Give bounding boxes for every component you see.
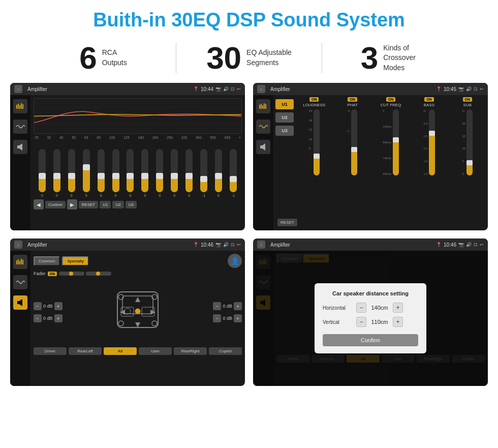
cutfreq-slider[interactable] bbox=[393, 109, 399, 175]
back-icon-4[interactable]: ↩ bbox=[480, 242, 484, 247]
eq-icon-3[interactable] bbox=[13, 255, 27, 269]
phat-slider[interactable] bbox=[351, 109, 357, 175]
wave-icon-2[interactable] bbox=[256, 120, 270, 134]
back-icon-3[interactable]: ↩ bbox=[237, 242, 241, 247]
vertical-plus[interactable]: + bbox=[393, 317, 403, 327]
eq-icon-2[interactable] bbox=[256, 99, 270, 113]
driver-btn-3[interactable]: Driver bbox=[34, 347, 67, 355]
common-tab[interactable]: Common bbox=[34, 256, 60, 266]
eq-track-12[interactable] bbox=[215, 149, 222, 192]
screen2-time: 10:45 bbox=[444, 86, 456, 92]
channel-loudness: ON LOUDNESS 644832160 bbox=[296, 97, 332, 228]
eq-track-6[interactable] bbox=[127, 149, 134, 192]
svg-rect-22 bbox=[17, 301, 19, 304]
left-bot-minus[interactable]: − bbox=[34, 314, 42, 322]
stat-crossover: 3 Kinds ofCrossover Modes bbox=[322, 42, 468, 74]
eq-bottom-bar: ◀ Custom ▶ RESET U1 U2 U3 bbox=[34, 199, 242, 210]
horizontal-plus[interactable]: + bbox=[393, 303, 403, 313]
rearleft-btn-3[interactable]: RearLeft bbox=[69, 347, 102, 355]
eq-track-5[interactable] bbox=[112, 149, 119, 192]
eq-track-0[interactable] bbox=[39, 149, 46, 192]
eq-track-8[interactable] bbox=[156, 149, 163, 192]
bass-slider[interactable] bbox=[429, 109, 435, 175]
channel-phat: ON PHAT G F bbox=[334, 97, 370, 228]
reset-crossover-btn[interactable]: RESET bbox=[277, 217, 297, 226]
screen1-title: Amplifier bbox=[27, 86, 190, 92]
wave-icon-3[interactable] bbox=[13, 275, 27, 289]
right-bot-plus[interactable]: + bbox=[234, 314, 242, 322]
wave-icon-1[interactable] bbox=[13, 120, 27, 134]
all-btn-3[interactable]: All bbox=[104, 347, 137, 355]
freq-40: 40 bbox=[59, 136, 64, 139]
eq-track-10[interactable] bbox=[185, 149, 193, 192]
eq-slider-5: 0 bbox=[109, 149, 122, 197]
home-icon-3[interactable]: ⌂ bbox=[14, 241, 22, 249]
left-top-plus[interactable]: + bbox=[54, 302, 63, 310]
confirm-button[interactable]: Confirm bbox=[323, 334, 418, 346]
home-icon-4[interactable]: ⌂ bbox=[257, 241, 265, 249]
fader-slider-2[interactable] bbox=[86, 272, 111, 276]
home-icon-1[interactable]: ⌂ bbox=[14, 85, 22, 93]
horizontal-minus[interactable]: − bbox=[356, 303, 366, 313]
speaker-icon-1[interactable] bbox=[13, 140, 27, 154]
window-icon-2: ⊡ bbox=[474, 86, 478, 92]
eq-track-13[interactable] bbox=[230, 149, 237, 192]
reset-btn[interactable]: RESET bbox=[79, 201, 99, 208]
left-top-minus[interactable]: − bbox=[34, 302, 42, 310]
eq-track-1[interactable] bbox=[53, 149, 60, 192]
left-sidebar-2 bbox=[253, 95, 273, 230]
eq-slider-11: -1 bbox=[197, 149, 210, 197]
svg-rect-20 bbox=[21, 259, 22, 264]
u1-btn[interactable]: U1 bbox=[100, 201, 111, 208]
fader-slider-1[interactable] bbox=[59, 272, 84, 276]
speaker-tabs: Common Specialty bbox=[34, 256, 89, 266]
right-top-minus[interactable]: − bbox=[213, 302, 221, 310]
u3-btn[interactable]: U3 bbox=[126, 201, 137, 208]
fader-label: Fader bbox=[34, 271, 46, 276]
svg-rect-1 bbox=[18, 104, 19, 109]
stat-rca: 6 RCAOutputs bbox=[30, 42, 176, 74]
eq-slider-8: 0 bbox=[153, 149, 166, 197]
svg-rect-18 bbox=[18, 259, 19, 264]
vertical-minus[interactable]: − bbox=[356, 317, 366, 327]
eq-track-2[interactable] bbox=[68, 149, 75, 192]
status-bar-3: ⌂ Amplifier 📍 10:46 📷 🔊 ⊡ ↩ bbox=[10, 238, 245, 251]
speaker-icon-3[interactable] bbox=[13, 295, 27, 310]
right-bot-minus[interactable]: − bbox=[213, 314, 221, 322]
eq-track-11[interactable] bbox=[200, 149, 207, 192]
u1-crossover-btn[interactable]: U1 bbox=[275, 99, 294, 109]
back-icon-1[interactable]: ↩ bbox=[237, 86, 241, 92]
u2-btn[interactable]: U2 bbox=[112, 201, 123, 208]
eq-track-4[interactable] bbox=[98, 149, 105, 192]
right-top-plus[interactable]: + bbox=[234, 302, 242, 310]
eq-track-7[interactable] bbox=[141, 149, 148, 192]
copilot-btn-3[interactable]: Copilot bbox=[209, 347, 242, 355]
prev-btn[interactable]: ◀ bbox=[34, 199, 44, 210]
dialog-overlay: Car speaker distance setting Horizontal … bbox=[253, 251, 488, 386]
eq-track-3[interactable] bbox=[83, 149, 90, 192]
left-db-top: − 0 dB + bbox=[34, 302, 63, 310]
dialog-title: Car speaker distance setting bbox=[323, 290, 418, 296]
u3-crossover-btn[interactable]: U3 bbox=[275, 126, 294, 136]
eq-track-9[interactable] bbox=[171, 149, 178, 192]
speaker-icon-2[interactable] bbox=[256, 140, 270, 154]
freq-500: 500 bbox=[210, 136, 216, 139]
window-icon-3: ⊡ bbox=[231, 242, 235, 247]
left-db-bottom: − 0 dB + bbox=[34, 314, 63, 322]
loudness-on: ON bbox=[309, 97, 319, 102]
custom-btn[interactable]: Custom bbox=[45, 201, 66, 208]
left-bot-plus[interactable]: + bbox=[54, 314, 63, 322]
user-btn-3[interactable]: User bbox=[139, 347, 172, 355]
u2-crossover-btn[interactable]: U2 bbox=[275, 112, 294, 123]
rearright-btn-3[interactable]: RearRight bbox=[174, 347, 207, 355]
eq-icon-1[interactable] bbox=[13, 99, 27, 113]
screen1-content: 25 32 40 50 63 80 100 125 160 200 250 32… bbox=[10, 95, 245, 230]
specialty-tab[interactable]: Specialty bbox=[62, 256, 88, 266]
play-btn[interactable]: ▶ bbox=[67, 199, 77, 210]
loudness-slider[interactable] bbox=[314, 109, 320, 175]
back-icon-2[interactable]: ↩ bbox=[480, 86, 484, 92]
sub-slider[interactable] bbox=[466, 109, 473, 175]
eq-slider-13: -1 bbox=[227, 149, 240, 197]
home-icon-2[interactable]: ⌂ bbox=[257, 85, 265, 93]
status-bar-2: ⌂ Amplifier 📍 10:45 📷 🔊 ⊡ ↩ bbox=[253, 83, 488, 95]
